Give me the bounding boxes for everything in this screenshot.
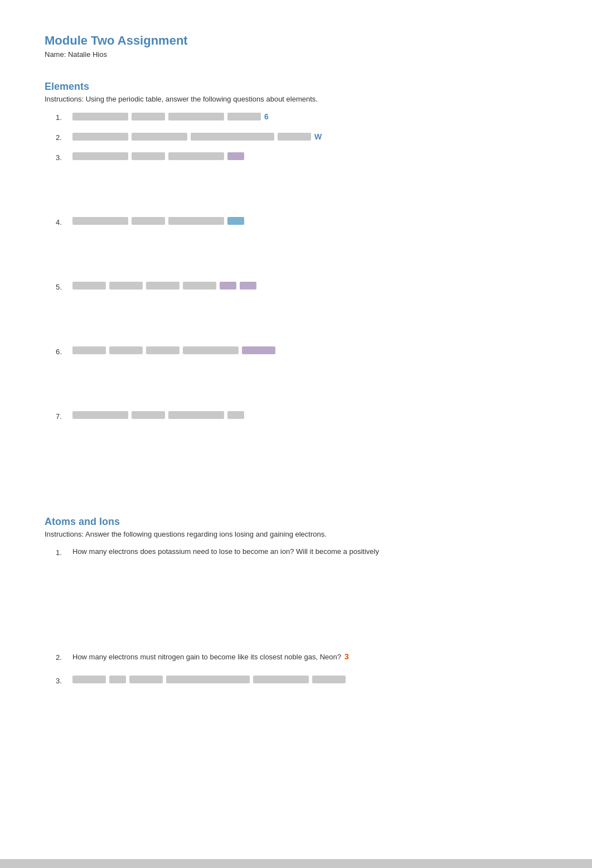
spacer-2 <box>56 237 547 282</box>
q7-redacted-2 <box>132 411 165 419</box>
aq1-content: How many electrons does potassium need t… <box>72 547 379 556</box>
q5-redacted-5 <box>220 282 236 290</box>
aq3-redacted-6 <box>312 676 346 683</box>
q6-redacted-2 <box>109 346 143 354</box>
atom-question-2: 2. How many electrons must nitrogen gain… <box>56 652 547 668</box>
q3-redacted-3 <box>168 152 224 160</box>
q5-redacted-4 <box>183 282 216 290</box>
atoms-questions: 1. How many electrons does potassium nee… <box>56 547 547 691</box>
element-question-6: 6. <box>56 346 547 362</box>
aq2-answer: 3 <box>344 652 349 661</box>
aq3-redacted-5 <box>253 676 309 683</box>
q5-content <box>72 282 256 290</box>
q1-redacted-3 <box>168 113 224 120</box>
q2-redacted-2 <box>132 133 187 141</box>
q2-answer: W <box>314 132 322 141</box>
q5-redacted-2 <box>109 282 143 290</box>
aq3-redacted-3 <box>129 676 163 683</box>
aq1-text: How many electrons does potassium need t… <box>72 547 379 556</box>
spacer-atoms-q1 <box>56 596 547 652</box>
bottom-bar <box>0 859 592 868</box>
aq3-redacted-1 <box>72 676 106 683</box>
atom-question-3: 3. <box>56 676 547 691</box>
q7-redacted-4 <box>227 411 244 419</box>
aq1-number: 1. <box>56 547 72 557</box>
q6-redacted-1 <box>72 346 106 354</box>
element-question-4: 4. <box>56 217 547 233</box>
q6-redacted-4 <box>183 346 239 354</box>
q2-content: W <box>72 132 322 141</box>
q4-redacted-2 <box>132 217 165 225</box>
q3-number: 3. <box>56 152 72 162</box>
element-question-5: 5. <box>56 282 547 297</box>
atoms-section-title: Atoms and Ions <box>45 516 547 528</box>
q7-redacted-3 <box>168 411 224 419</box>
spacer-1 <box>56 172 547 217</box>
q3-redacted-2 <box>132 152 165 160</box>
q1-redacted-4 <box>227 113 261 120</box>
aq2-number: 2. <box>56 652 72 662</box>
q1-content: 6 <box>72 112 269 121</box>
q7-number: 7. <box>56 411 72 421</box>
q5-redacted-6 <box>240 282 256 290</box>
q6-redacted-3 <box>146 346 179 354</box>
q3-redacted-4 <box>227 152 244 160</box>
element-question-2: 2. W <box>56 132 547 148</box>
q7-redacted-1 <box>72 411 128 419</box>
elements-questions: 1. 6 2. W 3. <box>56 112 547 427</box>
element-question-3: 3. <box>56 152 547 168</box>
aq3-content <box>72 676 346 683</box>
page-title: Module Two Assignment <box>45 33 547 48</box>
spacer-4 <box>56 367 547 411</box>
q5-number: 5. <box>56 282 72 291</box>
atom-question-1: 1. How many electrons does potassium nee… <box>56 547 547 563</box>
q5-redacted-3 <box>146 282 179 290</box>
q2-redacted-4 <box>278 133 311 141</box>
spacer-atoms <box>45 449 547 505</box>
q4-content <box>72 217 244 225</box>
q6-number: 6. <box>56 346 72 356</box>
q5-redacted-1 <box>72 282 106 290</box>
q1-redacted-2 <box>132 113 165 120</box>
elements-section: Elements Instructions: Using the periodi… <box>45 81 547 427</box>
elements-instructions: Instructions: Using the periodic table, … <box>45 95 547 103</box>
q1-answer: 6 <box>264 112 269 121</box>
element-question-1: 1. 6 <box>56 112 547 128</box>
q3-content <box>72 152 244 160</box>
q2-number: 2. <box>56 132 72 142</box>
atoms-instructions: Instructions: Answer the following quest… <box>45 530 547 538</box>
q4-redacted-1 <box>72 217 128 225</box>
q2-redacted-1 <box>72 133 128 141</box>
q4-redacted-3 <box>168 217 224 225</box>
spacer-3 <box>56 302 547 346</box>
q6-content <box>72 346 275 354</box>
q4-redacted-4 <box>227 217 244 225</box>
q6-redacted-5 <box>242 346 275 354</box>
page-header: Module Two Assignment Name: Natalie Hios <box>45 33 547 59</box>
atoms-section: Atoms and Ions Instructions: Answer the … <box>45 516 547 691</box>
q1-number: 1. <box>56 112 72 122</box>
elements-section-title: Elements <box>45 81 547 93</box>
q7-content <box>72 411 244 419</box>
student-name: Name: Natalie Hios <box>45 50 547 59</box>
element-question-7: 7. <box>56 411 547 427</box>
aq2-content: How many electrons must nitrogen gain to… <box>72 652 349 661</box>
q4-number: 4. <box>56 217 72 226</box>
aq3-redacted-2 <box>109 676 126 683</box>
q1-redacted-1 <box>72 113 128 120</box>
aq2-text: How many electrons must nitrogen gain to… <box>72 653 341 661</box>
aq3-redacted-4 <box>166 676 250 683</box>
q3-redacted-1 <box>72 152 128 160</box>
aq3-number: 3. <box>56 676 72 685</box>
q2-redacted-3 <box>191 133 274 141</box>
